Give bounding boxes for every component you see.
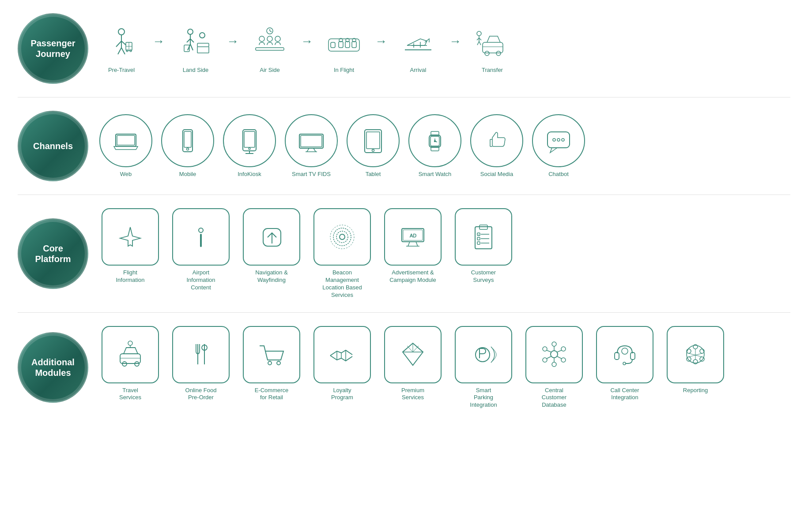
svg-line-61	[313, 148, 316, 152]
core-item-airport-info: AirportInformationContent	[168, 208, 234, 292]
chatbot-icon-circle	[532, 114, 585, 167]
social-media-label: Social Media	[480, 171, 513, 178]
loyalty-icon-square	[313, 326, 371, 383]
land-side-icon	[176, 23, 215, 63]
svg-point-104	[122, 362, 127, 366]
svg-rect-133	[631, 352, 635, 360]
flight-info-icon-square	[102, 208, 159, 266]
svg-rect-30	[328, 39, 359, 51]
additional-modules-items: TravelServices Online FoodPre-Order	[97, 326, 729, 409]
svg-line-47	[479, 41, 481, 45]
svg-point-40	[496, 51, 501, 56]
infokiosk-icon-circle	[223, 114, 276, 167]
svg-text:AD: AD	[410, 233, 416, 238]
svg-rect-31	[331, 42, 335, 48]
svg-point-87	[330, 225, 354, 249]
svg-line-5	[121, 48, 125, 54]
mobile-label: Mobile	[179, 171, 196, 178]
svg-rect-18	[197, 43, 209, 47]
core-item-beacon: BeaconManagementLocation BasedServices	[309, 208, 375, 299]
premium-label: PremiumServices	[401, 387, 424, 402]
journey-item-arrival: Arrival	[394, 23, 442, 74]
travel-services-label: TravelServices	[119, 387, 141, 402]
module-item-loyalty: LoyaltyProgram	[309, 326, 375, 402]
parking-icon-square	[455, 326, 512, 383]
airport-info-label: AirportInformationContent	[186, 269, 215, 292]
svg-point-65	[372, 149, 374, 151]
arrival-icon	[398, 23, 438, 63]
svg-point-139	[700, 357, 704, 361]
svg-point-86	[333, 228, 351, 246]
svg-point-126	[552, 362, 556, 367]
reporting-icon-square	[667, 326, 724, 383]
svg-line-125	[557, 356, 562, 359]
svg-line-14	[190, 39, 194, 42]
transfer-label: Transfer	[482, 67, 503, 74]
journey-item-transfer: Transfer	[468, 23, 517, 74]
journey-item-in-flight: In Flight	[320, 23, 368, 74]
in-flight-label: In Flight	[334, 67, 354, 74]
svg-rect-58	[299, 134, 323, 148]
svg-line-2	[116, 41, 121, 47]
svg-point-79	[562, 139, 564, 141]
mobile-icon-circle	[161, 114, 214, 167]
svg-rect-23	[256, 48, 284, 50]
ecommerce-label: E-Commercefor Retail	[255, 387, 289, 402]
arrival-label: Arrival	[410, 67, 427, 74]
svg-point-128	[543, 358, 547, 362]
tablet-icon-circle	[347, 114, 400, 167]
additional-modules-label: AdditionalModules	[18, 332, 88, 403]
svg-point-124	[561, 358, 566, 362]
channel-item-chatbot: Chatbot	[530, 114, 587, 178]
module-item-parking: SmartParkingIntegration	[450, 326, 517, 409]
svg-rect-49	[117, 135, 135, 145]
svg-point-39	[485, 51, 489, 56]
svg-rect-76	[547, 132, 570, 148]
air-side-label: Air Side	[260, 67, 280, 74]
passenger-journey-label: PassengerJourney	[18, 13, 88, 84]
svg-point-0	[118, 29, 125, 35]
svg-rect-96	[477, 233, 480, 236]
food-icon-square	[172, 326, 230, 383]
core-platform-row: CorePlatform FlightInformation	[18, 208, 790, 299]
svg-rect-132	[615, 352, 619, 360]
svg-point-9	[126, 50, 128, 52]
customer-surveys-label: CustomerSurveys	[471, 269, 496, 284]
svg-rect-99	[477, 237, 480, 240]
svg-point-52	[187, 148, 189, 150]
advertisement-icon-square: AD	[384, 208, 442, 266]
svg-line-97	[478, 234, 479, 235]
core-item-navigation: Navigation &Wayfinding	[238, 208, 305, 284]
svg-point-55	[249, 148, 250, 150]
arrow-3: →	[298, 34, 315, 49]
svg-rect-33	[345, 41, 350, 48]
journey-item-land-side: Land Side	[171, 23, 220, 74]
smart-tv-label: Smart TV FIDS	[292, 171, 331, 178]
svg-point-120	[552, 342, 556, 346]
core-item-advertisement: AD Advertisement &Campaign Module	[380, 208, 446, 284]
svg-point-135	[622, 348, 628, 354]
core-platform-label: CorePlatform	[18, 218, 88, 289]
svg-rect-48	[116, 134, 136, 146]
channel-item-web: Web	[97, 114, 155, 178]
smart-watch-label: Smart Watch	[419, 171, 452, 178]
central-db-icon-square	[525, 326, 583, 383]
chatbot-label: Chatbot	[548, 171, 569, 178]
passenger-journey-items: Pre-Travel →	[97, 23, 517, 74]
svg-point-118	[476, 348, 490, 362]
customer-surveys-icon-square	[455, 208, 512, 266]
core-item-customer-surveys: CustomerSurveys	[450, 208, 517, 284]
module-item-central-db: CentralCustomerDatabase	[521, 326, 587, 409]
svg-rect-51	[184, 131, 191, 147]
module-item-ecommerce: E-Commercefor Retail	[238, 326, 305, 402]
advertisement-label: Advertisement &Campaign Module	[389, 269, 436, 284]
module-item-food: Online FoodPre-Order	[168, 326, 234, 402]
svg-point-122	[561, 347, 566, 351]
svg-line-16	[190, 44, 193, 50]
land-side-label: Land Side	[183, 67, 209, 74]
journey-item-pre-travel: Pre-Travel	[97, 23, 146, 74]
svg-rect-101	[477, 242, 480, 244]
svg-line-123	[557, 350, 562, 352]
call-center-icon-square	[596, 326, 653, 383]
navigation-label: Navigation &Wayfinding	[255, 269, 288, 284]
